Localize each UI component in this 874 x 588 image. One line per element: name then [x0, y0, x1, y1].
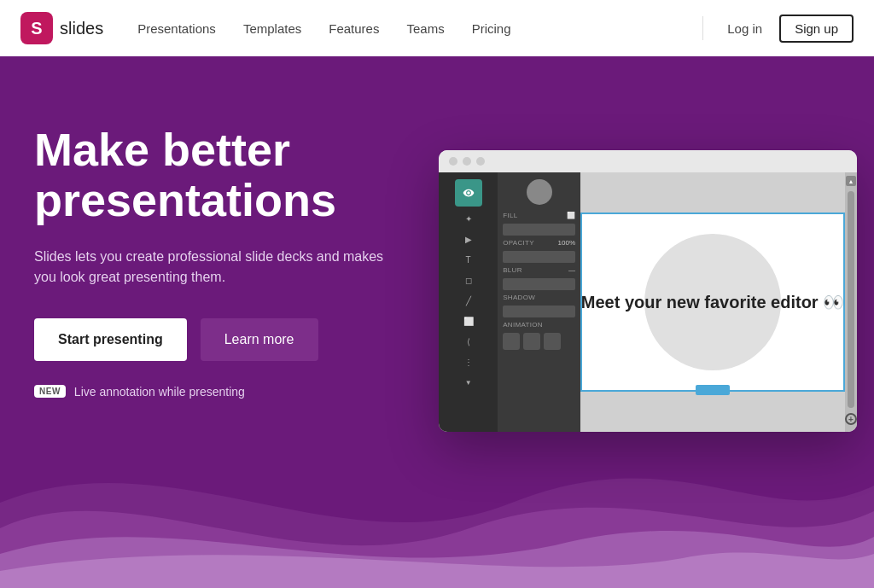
prop-row-blur: BLUR — — [503, 266, 575, 274]
prop-btn-3 — [544, 333, 561, 350]
logo-area[interactable]: S slides — [20, 12, 103, 44]
signup-button[interactable]: Sign up — [779, 15, 854, 43]
prop-row-shadow: SHADOW — [503, 294, 575, 301]
sidebar-icon-eye — [455, 179, 482, 207]
prop-input-2 — [503, 251, 575, 263]
prop-input-3 — [503, 278, 575, 290]
navbar: S slides Presentations Templates Feature… — [0, 0, 874, 56]
prop-btn-2 — [523, 333, 540, 350]
prop-row-opacity: OPACITY 100% — [503, 239, 575, 247]
app-sidebar: ✦ ▶ T ◻ ╱ ⬜ ⟨ ⋮ ▼ — [439, 172, 498, 432]
learn-more-button[interactable]: Learn more — [201, 318, 318, 361]
nav-item-teams[interactable]: Teams — [406, 21, 444, 36]
sidebar-icon-cursor: ✦ — [455, 210, 482, 227]
prop-blur-label: BLUR — [503, 266, 522, 274]
new-badge: NEW — [34, 385, 66, 398]
prop-color-swatch — [527, 179, 552, 205]
app-screenshot: ✦ ▶ T ◻ ╱ ⬜ ⟨ ⋮ ▼ FILL ⬜ OPACITY — [439, 150, 857, 432]
sidebar-icon-play: ▶ — [455, 230, 482, 247]
prop-input-1 — [503, 224, 575, 236]
hero-content: Make better presentations Slides lets yo… — [34, 125, 444, 399]
sidebar-icon-more: ⋮ — [455, 353, 482, 370]
canvas-slide: Meet your new favorite editor 👀 — [580, 212, 845, 392]
nav-right: Log in Sign up — [696, 15, 854, 43]
hero-buttons: Start presenting Learn more — [34, 318, 444, 361]
sidebar-icon-text: T — [455, 251, 482, 268]
scroll-up-button[interactable]: ▲ — [846, 176, 856, 186]
prop-fill-value: ⬜ — [567, 212, 575, 219]
titlebar-dot-3 — [476, 157, 485, 166]
badge-row: NEW Live annotation while presenting — [34, 385, 444, 399]
titlebar-dot-1 — [449, 157, 457, 166]
sidebar-icon-shape: ◻ — [455, 271, 482, 288]
logo-icon: S — [20, 12, 53, 44]
app-properties-panel: FILL ⬜ OPACITY 100% BLUR — SHADOW — [498, 172, 580, 432]
app-titlebar — [439, 150, 857, 172]
prop-btn-1 — [503, 333, 520, 350]
start-presenting-button[interactable]: Start presenting — [34, 318, 187, 361]
app-scrollbar[interactable]: ▲ + — [845, 172, 857, 432]
prop-shadow-label: SHADOW — [503, 294, 535, 301]
canvas-resize-handle — [696, 385, 730, 395]
canvas-slide-text: Meet your new favorite editor 👀 — [581, 292, 844, 312]
prop-fill-label: FILL — [503, 212, 517, 219]
nav-item-features[interactable]: Features — [329, 21, 379, 36]
hero-subtitle: Slides lets you create professional slid… — [34, 247, 393, 288]
prop-opacity-label: OPACITY — [503, 239, 534, 247]
prop-blur-value: — — [568, 266, 575, 274]
hero-title: Make better presentations — [34, 125, 444, 226]
hero-section: Make better presentations Slides lets yo… — [0, 56, 874, 588]
prop-animation-label: ANIMATION — [503, 321, 543, 329]
prop-opacity-value: 100% — [558, 239, 575, 247]
sidebar-icon-share: ⟨ — [455, 333, 482, 350]
logo-name: slides — [60, 19, 103, 38]
app-body: ✦ ▶ T ◻ ╱ ⬜ ⟨ ⋮ ▼ FILL ⬜ OPACITY — [439, 172, 857, 432]
nav-item-pricing[interactable]: Pricing — [472, 21, 511, 36]
scroll-track — [848, 191, 854, 408]
zoom-add-button[interactable]: + — [845, 413, 857, 425]
nav-links: Presentations Templates Features Teams P… — [137, 21, 696, 36]
app-canvas: Meet your new favorite editor 👀 — [580, 172, 845, 432]
badge-description: Live annotation while presenting — [74, 385, 245, 399]
nav-divider — [702, 16, 703, 40]
prop-row-animation: ANIMATION — [503, 321, 575, 329]
sidebar-icon-zoom: ▼ — [455, 374, 482, 391]
nav-item-presentations[interactable]: Presentations — [137, 21, 216, 36]
prop-row-fill: FILL ⬜ — [503, 212, 575, 219]
sidebar-icon-line: ╱ — [455, 292, 482, 309]
nav-item-templates[interactable]: Templates — [243, 21, 301, 36]
login-button[interactable]: Log in — [717, 16, 772, 41]
titlebar-dot-2 — [463, 157, 471, 166]
sidebar-icon-image: ⬜ — [455, 312, 482, 329]
hero-waves — [0, 417, 874, 588]
prop-input-4 — [503, 306, 575, 317]
